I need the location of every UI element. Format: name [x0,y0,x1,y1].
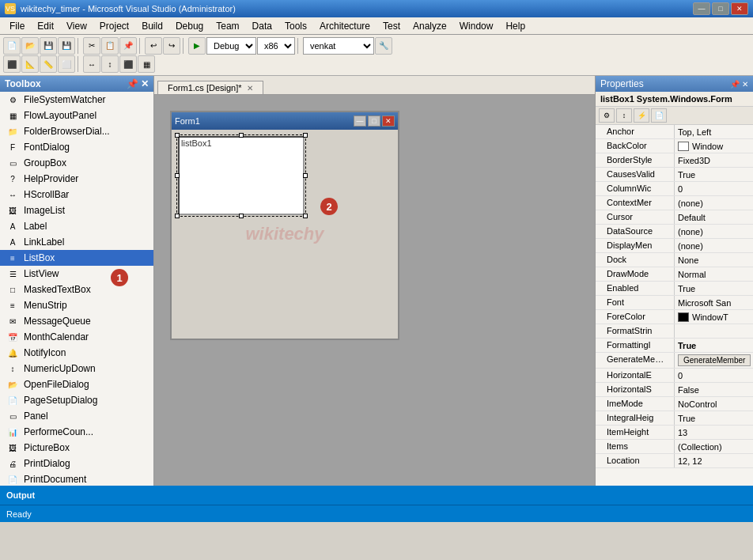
toolbox-item-10[interactable]: ≡ListBox [0,250,153,266]
menu-item-project[interactable]: Project [93,19,135,33]
props-categorized-btn[interactable]: ⚙ [599,108,615,123]
prop-name-18: HorizontalS [604,383,675,396]
tb2-2[interactable]: 📐 [21,55,39,73]
toolbox-item-22[interactable]: 🖼PictureBox [0,440,153,456]
toolbox-item-4[interactable]: ▭GroupBox [0,155,153,171]
toolbox-item-18[interactable]: 📂OpenFileDialog [0,376,153,392]
start-btn[interactable]: ▶ [188,37,206,55]
form-max-btn[interactable]: □ [368,115,380,127]
prop-row-16: GenerateMember GenerateMember [596,353,753,369]
prop-row-5: ContextMer (none) [596,196,753,210]
toolbox-item-8[interactable]: ALabel [0,218,153,234]
toolbox-item-17[interactable]: ↕NumericUpDown [0,361,153,376]
design-canvas[interactable]: Form1 — □ ✕ listBox1 [154,95,595,486]
debug-config-combo[interactable]: Debug [206,37,256,55]
menu-item-build[interactable]: Build [135,19,169,33]
toolbox-item-20[interactable]: ▭Panel [0,408,153,424]
prop-row-20: IntegralHeig True [596,411,753,426]
menu-item-debug[interactable]: Debug [169,19,210,33]
menu-item-view[interactable]: View [60,19,93,33]
toolbox-item-23[interactable]: 🖨PrintDialog [0,456,153,471]
toolbox-item-14[interactable]: ✉MessageQueue [0,313,153,329]
listbox-widget[interactable]: listBox1 [178,136,305,215]
menu-item-file[interactable]: File [3,19,31,33]
menu-item-window[interactable]: Window [453,19,500,33]
minimize-button[interactable]: — [693,2,710,15]
toolbox-item-16[interactable]: 🔔NotifyIcon [0,345,153,361]
toolbox-item-19[interactable]: 📄PageSetupDialog [0,392,153,408]
toolbox-item-6[interactable]: ↔HScrollBar [0,187,153,202]
open-btn[interactable]: 📂 [21,37,39,55]
tb2-7[interactable]: ⬛ [119,55,137,73]
tb2-4[interactable]: ⬜ [58,55,75,73]
menu-item-data[interactable]: Data [246,19,278,33]
prop-value-21: 13 [675,426,753,439]
toolbox-close-icon[interactable]: ✕ [141,78,149,89]
menu-item-tools[interactable]: Tools [278,19,313,33]
menu-item-help[interactable]: Help [499,19,532,33]
tab-design[interactable]: Form1.cs [Design]* ✕ [157,81,263,94]
menu-item-edit[interactable]: Edit [31,19,60,33]
tb2-8[interactable]: ▦ [138,55,155,73]
toolbox-item-5[interactable]: ?HelpProvider [0,171,153,187]
toolbox-item-9[interactable]: ALinkLabel [0,234,153,250]
close-button[interactable]: ✕ [731,2,748,15]
copy-btn[interactable]: 📋 [101,37,119,55]
platform-combo[interactable]: x86 [257,37,295,55]
redo-btn[interactable]: ↪ [163,37,180,55]
prop-expand-8 [596,239,604,252]
toolbox-icon-22: 🖼 [6,441,19,454]
tb2-6[interactable]: ↕ [101,55,119,73]
toolbox-item-12[interactable]: □MaskedTextBox [0,282,153,297]
toolbox-item-1[interactable]: ▦FlowLayoutPanel [0,108,153,123]
menu-item-architecture[interactable]: Architecture [313,19,376,33]
toolbox-label-0: FileSystemWatcher [24,94,106,105]
toolbox-item-21[interactable]: 📊PerformeCoun... [0,424,153,440]
form-min-btn[interactable]: — [354,115,366,127]
menu-item-team[interactable]: Team [210,19,245,33]
undo-btn[interactable]: ↩ [145,37,162,55]
toolbox-icon-20: ▭ [6,410,19,422]
props-events-btn[interactable]: ⚡ [634,108,649,123]
ext-btn[interactable]: 🔧 [375,37,392,55]
maximize-button[interactable]: □ [712,2,729,15]
menu-item-analyze[interactable]: Analyze [407,19,453,33]
tb2-1[interactable]: ⬛ [3,55,21,73]
prop-name-8: DisplayMen [604,239,675,252]
user-combo[interactable]: venkat [303,37,374,55]
toolbox-item-15[interactable]: 📅MonthCalendar [0,329,153,345]
paste-btn[interactable]: 📌 [119,37,137,55]
cut-btn[interactable]: ✂ [83,37,100,55]
props-pages-btn[interactable]: 📄 [651,108,667,123]
tb2-3[interactable]: 📏 [40,55,57,73]
tb2-5[interactable]: ↔ [83,55,100,73]
prop-val-18: False [678,385,699,395]
props-alpha-btn[interactable]: ↕ [616,108,632,123]
save-btn[interactable]: 💾 [40,37,57,55]
prop-value-7: (none) [675,225,753,238]
prop-expand-14 [596,324,604,338]
menu-item-test[interactable]: Test [376,19,407,33]
prop-val-4: 0 [678,184,683,194]
props-toolbar: ⚙ ↕ ⚡ 📄 [596,107,753,125]
prop-expand-20 [596,411,604,425]
toolbox-item-7[interactable]: 🖼ImageList [0,202,153,218]
toolbox-label-2: FolderBrowserDial... [24,126,110,137]
form-close-btn[interactable]: ✕ [382,115,395,127]
tab-close-icon[interactable]: ✕ [247,84,253,93]
toolbox-item-11[interactable]: ☰ListView [0,266,153,282]
props-pin-icon[interactable]: 📌 [730,80,740,89]
new-project-btn[interactable]: 📄 [3,37,21,55]
toolbox-item-3[interactable]: FFontDialog [0,139,153,155]
toolbox-item-24[interactable]: 📄PrintDocument [0,471,153,486]
props-close-icon[interactable]: ✕ [742,80,748,89]
toolbox-item-2[interactable]: 📁FolderBrowserDial... [0,123,153,139]
save-all-btn[interactable]: 💾 [58,37,75,55]
toolbox-icon-18: 📂 [6,378,19,391]
toolbox-item-0[interactable]: ⚙FileSystemWatcher [0,92,153,108]
prop-value-16[interactable]: GenerateMember [675,353,753,368]
toolbox-item-13[interactable]: ≡MenuStrip [0,297,153,313]
toolbox-icon-1: ▦ [6,109,19,122]
toolbox-pin-icon[interactable]: 📌 [127,78,138,89]
prop-btn-16[interactable]: GenerateMember [678,354,751,366]
